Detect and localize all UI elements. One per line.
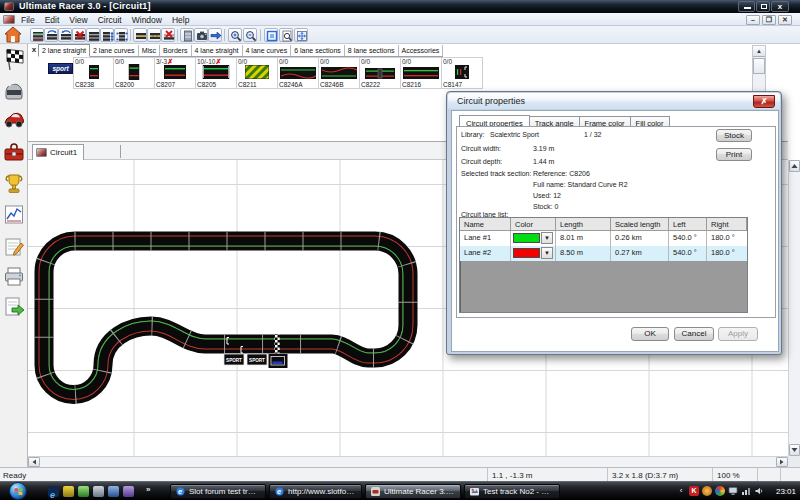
toolbar-pan-icon[interactable] (294, 28, 308, 42)
palette-item[interactable]: 0/0 C8222 (360, 57, 401, 89)
tray-antivirus-icon[interactable]: K (689, 486, 699, 496)
vertical-scrollbar[interactable] (788, 160, 800, 456)
palette-scroll-up-icon[interactable]: ▲ (753, 46, 765, 57)
palette-scroll-thumb[interactable] (753, 58, 765, 74)
palette-tab-2-lane-straight[interactable]: 2 lane straight (38, 44, 90, 57)
lane-row-1[interactable]: Lane #1 ▼ 8.01 m 0.26 km 540.0 ° 180.0 ° (460, 231, 747, 246)
notes-icon[interactable] (3, 235, 25, 259)
toolbar-snapshot-icon[interactable] (194, 28, 208, 42)
lane1-color-swatch[interactable] (513, 233, 540, 243)
tray-display-icon[interactable] (728, 486, 738, 496)
start-button[interactable] (9, 482, 27, 500)
toolbar-rotate-right-icon[interactable] (58, 28, 72, 42)
palette-tab-accessories[interactable]: Accessories (399, 45, 444, 56)
horizontal-scrollbar[interactable] (28, 456, 788, 467)
quicklaunch-icon-6[interactable] (123, 486, 134, 497)
dialog-titlebar[interactable]: Circuit properties ✗ (448, 93, 780, 109)
taskbar-button-slotforum-url[interactable]: e http://www.slotforu... (269, 484, 362, 499)
home-icon[interactable] (4, 26, 22, 43)
toolbar-remove-border-icon[interactable] (161, 28, 175, 42)
scroll-down-icon[interactable] (789, 444, 800, 456)
quicklaunch-ie-icon[interactable]: e (48, 486, 59, 497)
tray-orange-icon[interactable] (702, 486, 712, 496)
checkered-flag-icon[interactable] (3, 48, 25, 72)
taskbar-button-ultimate-racer[interactable]: Ultimate Racer 3.0 - ... (365, 484, 461, 499)
palette-item[interactable]: 0/0 C8200 (114, 57, 155, 89)
menu-circuit[interactable]: Circuit (93, 15, 127, 25)
mdi-restore-button[interactable]: ❐ (762, 15, 776, 25)
ok-button[interactable]: OK (631, 327, 669, 341)
dialog-close-icon[interactable]: ✗ (753, 95, 775, 108)
lane2-color-dropdown-icon[interactable]: ▼ (541, 247, 553, 259)
toolbar-new-track-icon[interactable] (30, 28, 44, 42)
toolbar-inventory-icon[interactable] (180, 28, 194, 42)
toolbar-straight-icon[interactable] (86, 28, 100, 42)
menu-file[interactable]: File (16, 15, 40, 25)
toolbar-preview-icon[interactable] (279, 28, 293, 42)
print-button[interactable]: Print (716, 148, 752, 161)
quicklaunch-icon-5[interactable] (108, 486, 119, 497)
taskbar-button-paint[interactable]: Test track No2 - Paint (464, 484, 560, 499)
palette-item[interactable]: 0/0 C8216 (401, 57, 442, 89)
cancel-button[interactable]: Cancel (674, 327, 714, 341)
palette-item[interactable]: 0/0 C8211 (237, 57, 278, 89)
quicklaunch-icon-3[interactable] (78, 486, 89, 497)
chart-icon[interactable] (3, 203, 25, 227)
quicklaunch-icon-2[interactable] (63, 486, 74, 497)
lane-row-2[interactable]: Lane #2 ▼ 8.50 m 0.27 km 540.0 ° 180.0 ° (460, 246, 747, 261)
palette-item[interactable]: 0/0 C8238 (73, 57, 114, 89)
tab-circuit1[interactable]: Circuit1 (32, 144, 84, 160)
toolbar-fit-view-icon[interactable] (264, 28, 278, 42)
menu-view[interactable]: View (64, 15, 92, 25)
toolbar-rotate-left-icon[interactable] (44, 28, 58, 42)
toolbar-transfer-icon[interactable] (208, 28, 222, 42)
menu-window[interactable]: Window (127, 15, 167, 25)
palette-tab-6-lane-sections[interactable]: 6 lane sections (291, 45, 345, 56)
taskbar-button-slot-forum[interactable]: e Slot forum test track... (170, 484, 266, 499)
toolbar-zoom-out-icon[interactable] (243, 28, 257, 42)
palette-tab-4-lane-straight[interactable]: 4 lane straight (192, 45, 243, 56)
toolbar-border-icon[interactable] (133, 28, 147, 42)
toolbar-zoom-in-icon[interactable] (228, 28, 242, 42)
palette-tab-borders[interactable]: Borders (160, 45, 192, 56)
palette-item[interactable]: 0/0 C8246B (319, 57, 360, 89)
toolbar-connect-right-icon[interactable] (100, 28, 114, 42)
minimize-button[interactable] (738, 1, 755, 12)
palette-item[interactable]: 10/-10✗ C8205 (196, 57, 237, 89)
trophy-icon[interactable] (3, 172, 25, 196)
red-car-icon[interactable] (3, 108, 25, 132)
mdi-minimize-button[interactable]: – (746, 15, 760, 25)
scroll-left-icon[interactable] (28, 457, 40, 467)
toolbar-delete-piece-icon[interactable] (72, 28, 86, 42)
export-icon[interactable] (3, 295, 25, 319)
toolbar-connect-both-icon[interactable] (114, 28, 128, 42)
quicklaunch-overflow-icon[interactable]: » (146, 485, 150, 494)
palette-tab-8-lane-sections[interactable]: 8 lane sections (345, 45, 399, 56)
mdi-close-button[interactable]: ✕ (778, 15, 792, 25)
scroll-up-icon[interactable] (789, 160, 800, 172)
apply-button[interactable]: Apply (718, 327, 758, 341)
restore-button[interactable] (756, 1, 770, 12)
palette-item[interactable]: 3/-3✗ C8207 (155, 57, 196, 89)
palette-tab-4-lane-curves[interactable]: 4 lane curves (243, 45, 292, 56)
palette-item[interactable]: 0/0 C8246A (278, 57, 319, 89)
toolbar-border-dashed-icon[interactable] (147, 28, 161, 42)
tray-network-icon[interactable] (741, 486, 751, 496)
close-button[interactable]: x (771, 1, 789, 12)
palette-tab-misc[interactable]: Misc (139, 45, 160, 56)
palette-tab-2-lane-curves[interactable]: 2 lane curves (90, 45, 139, 56)
menu-help[interactable]: Help (167, 15, 194, 25)
helmet-icon[interactable] (3, 78, 25, 102)
scroll-right-icon[interactable] (776, 457, 788, 467)
toolbox-icon[interactable] (3, 140, 25, 164)
stock-button[interactable]: Stock (716, 129, 752, 142)
lane2-color-swatch[interactable] (513, 248, 540, 258)
tray-volume-icon[interactable] (754, 486, 764, 496)
printer-icon[interactable] (3, 265, 25, 289)
tray-chevron-icon[interactable]: ‹ (676, 486, 686, 496)
tray-browser-icon[interactable] (715, 486, 725, 496)
menu-edit[interactable]: Edit (40, 15, 65, 25)
quicklaunch-icon-4[interactable] (93, 486, 104, 497)
palette-item[interactable]: 0/0 C8147 (442, 57, 483, 89)
lane1-color-dropdown-icon[interactable]: ▼ (541, 232, 553, 244)
